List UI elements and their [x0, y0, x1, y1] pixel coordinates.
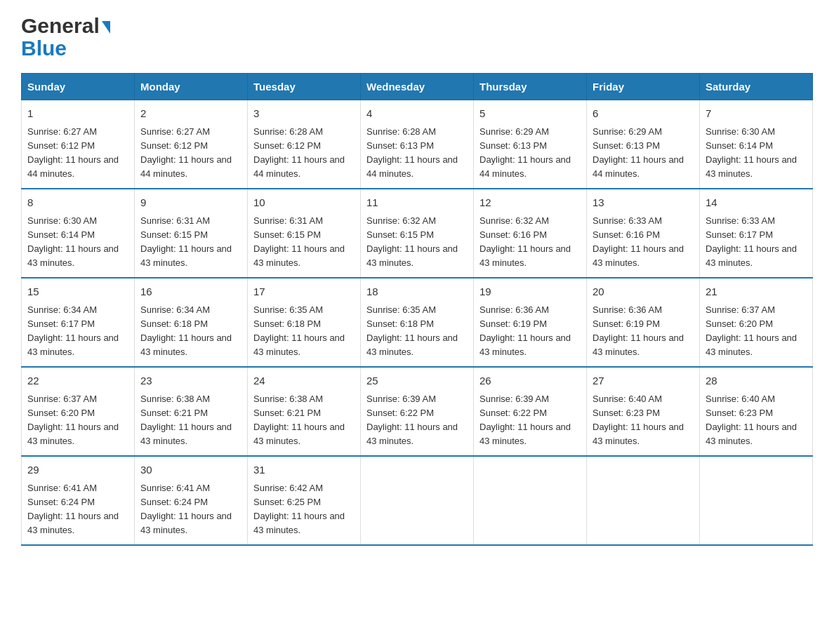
calendar-cell: 31Sunrise: 6:42 AMSunset: 6:25 PMDayligh…: [248, 456, 361, 545]
day-number: 11: [366, 195, 468, 211]
header-day-wednesday: Wednesday: [361, 74, 474, 100]
day-info: Sunrise: 6:36 AMSunset: 6:19 PMDaylight:…: [593, 303, 694, 360]
day-info: Sunrise: 6:35 AMSunset: 6:18 PMDaylight:…: [253, 303, 355, 360]
calendar-table: SundayMondayTuesdayWednesdayThursdayFrid…: [21, 73, 813, 546]
day-number: 4: [366, 106, 468, 122]
logo-triangle-icon: [102, 21, 110, 34]
logo: General Blue: [21, 14, 110, 59]
day-info: Sunrise: 6:28 AMSunset: 6:12 PMDaylight:…: [253, 125, 355, 182]
day-info: Sunrise: 6:30 AMSunset: 6:14 PMDaylight:…: [706, 125, 807, 182]
day-number: 29: [27, 462, 128, 478]
day-info: Sunrise: 6:35 AMSunset: 6:18 PMDaylight:…: [366, 303, 468, 360]
day-number: 27: [593, 373, 694, 389]
day-number: 22: [27, 373, 128, 389]
calendar-cell: 29Sunrise: 6:41 AMSunset: 6:24 PMDayligh…: [22, 456, 135, 545]
calendar-cell: 22Sunrise: 6:37 AMSunset: 6:20 PMDayligh…: [22, 367, 135, 456]
calendar-week-row: 22Sunrise: 6:37 AMSunset: 6:20 PMDayligh…: [22, 367, 813, 456]
day-info: Sunrise: 6:37 AMSunset: 6:20 PMDaylight:…: [706, 303, 807, 360]
day-number: 19: [479, 284, 581, 300]
calendar-cell: 30Sunrise: 6:41 AMSunset: 6:24 PMDayligh…: [135, 456, 248, 545]
calendar-cell: 5Sunrise: 6:29 AMSunset: 6:13 PMDaylight…: [474, 100, 587, 189]
day-info: Sunrise: 6:31 AMSunset: 6:15 PMDaylight:…: [140, 214, 241, 271]
day-number: 5: [479, 106, 581, 122]
calendar-cell: 24Sunrise: 6:38 AMSunset: 6:21 PMDayligh…: [248, 367, 361, 456]
day-info: Sunrise: 6:34 AMSunset: 6:18 PMDaylight:…: [140, 303, 241, 360]
day-info: Sunrise: 6:37 AMSunset: 6:20 PMDaylight:…: [27, 392, 128, 449]
day-info: Sunrise: 6:27 AMSunset: 6:12 PMDaylight:…: [140, 125, 241, 182]
calendar-cell: 14Sunrise: 6:33 AMSunset: 6:17 PMDayligh…: [700, 189, 813, 278]
day-info: Sunrise: 6:31 AMSunset: 6:15 PMDaylight:…: [253, 214, 355, 271]
day-info: Sunrise: 6:32 AMSunset: 6:16 PMDaylight:…: [479, 214, 581, 271]
calendar-cell: 19Sunrise: 6:36 AMSunset: 6:19 PMDayligh…: [474, 278, 587, 367]
calendar-cell: 17Sunrise: 6:35 AMSunset: 6:18 PMDayligh…: [248, 278, 361, 367]
day-number: 17: [253, 284, 355, 300]
calendar-week-row: 15Sunrise: 6:34 AMSunset: 6:17 PMDayligh…: [22, 278, 813, 367]
day-info: Sunrise: 6:32 AMSunset: 6:15 PMDaylight:…: [366, 214, 468, 271]
day-info: Sunrise: 6:40 AMSunset: 6:23 PMDaylight:…: [706, 392, 807, 449]
calendar-week-row: 1Sunrise: 6:27 AMSunset: 6:12 PMDaylight…: [22, 100, 813, 189]
day-number: 21: [706, 284, 807, 300]
day-info: Sunrise: 6:27 AMSunset: 6:12 PMDaylight:…: [27, 125, 128, 182]
day-number: 28: [706, 373, 807, 389]
calendar-cell: 10Sunrise: 6:31 AMSunset: 6:15 PMDayligh…: [248, 189, 361, 278]
day-number: 24: [253, 373, 355, 389]
header-day-sunday: Sunday: [22, 74, 135, 100]
calendar-cell: 6Sunrise: 6:29 AMSunset: 6:13 PMDaylight…: [587, 100, 700, 189]
day-number: 25: [366, 373, 468, 389]
day-info: Sunrise: 6:36 AMSunset: 6:19 PMDaylight:…: [479, 303, 581, 360]
calendar-week-row: 29Sunrise: 6:41 AMSunset: 6:24 PMDayligh…: [22, 456, 813, 545]
day-number: 10: [253, 195, 355, 211]
calendar-cell: 15Sunrise: 6:34 AMSunset: 6:17 PMDayligh…: [22, 278, 135, 367]
day-info: Sunrise: 6:34 AMSunset: 6:17 PMDaylight:…: [27, 303, 128, 360]
page-header: General Blue: [21, 14, 813, 59]
day-info: Sunrise: 6:28 AMSunset: 6:13 PMDaylight:…: [366, 125, 468, 182]
day-info: Sunrise: 6:41 AMSunset: 6:24 PMDaylight:…: [27, 481, 128, 538]
day-number: 12: [479, 195, 581, 211]
day-number: 6: [593, 106, 694, 122]
day-number: 31: [253, 462, 355, 478]
day-number: 23: [140, 373, 241, 389]
day-number: 16: [140, 284, 241, 300]
calendar-cell: 20Sunrise: 6:36 AMSunset: 6:19 PMDayligh…: [587, 278, 700, 367]
calendar-cell: 11Sunrise: 6:32 AMSunset: 6:15 PMDayligh…: [361, 189, 474, 278]
logo-text-general: General: [21, 14, 100, 38]
calendar-cell: [587, 456, 700, 545]
header-day-tuesday: Tuesday: [248, 74, 361, 100]
header-day-thursday: Thursday: [474, 74, 587, 100]
day-number: 15: [27, 284, 128, 300]
calendar-cell: 28Sunrise: 6:40 AMSunset: 6:23 PMDayligh…: [700, 367, 813, 456]
day-number: 1: [27, 106, 128, 122]
day-number: 8: [27, 195, 128, 211]
day-number: 3: [253, 106, 355, 122]
calendar-cell: 12Sunrise: 6:32 AMSunset: 6:16 PMDayligh…: [474, 189, 587, 278]
calendar-cell: 21Sunrise: 6:37 AMSunset: 6:20 PMDayligh…: [700, 278, 813, 367]
day-info: Sunrise: 6:39 AMSunset: 6:22 PMDaylight:…: [366, 392, 468, 449]
calendar-cell: [361, 456, 474, 545]
calendar-cell: 26Sunrise: 6:39 AMSunset: 6:22 PMDayligh…: [474, 367, 587, 456]
day-info: Sunrise: 6:42 AMSunset: 6:25 PMDaylight:…: [253, 481, 355, 538]
day-info: Sunrise: 6:33 AMSunset: 6:17 PMDaylight:…: [706, 214, 807, 271]
calendar-cell: 7Sunrise: 6:30 AMSunset: 6:14 PMDaylight…: [700, 100, 813, 189]
day-info: Sunrise: 6:30 AMSunset: 6:14 PMDaylight:…: [27, 214, 128, 271]
header-day-saturday: Saturday: [700, 74, 813, 100]
logo-text-blue: Blue: [21, 38, 67, 59]
day-number: 20: [593, 284, 694, 300]
day-info: Sunrise: 6:29 AMSunset: 6:13 PMDaylight:…: [479, 125, 581, 182]
day-info: Sunrise: 6:39 AMSunset: 6:22 PMDaylight:…: [479, 392, 581, 449]
calendar-cell: 13Sunrise: 6:33 AMSunset: 6:16 PMDayligh…: [587, 189, 700, 278]
calendar-cell: 23Sunrise: 6:38 AMSunset: 6:21 PMDayligh…: [135, 367, 248, 456]
day-info: Sunrise: 6:33 AMSunset: 6:16 PMDaylight:…: [593, 214, 694, 271]
header-row: SundayMondayTuesdayWednesdayThursdayFrid…: [22, 74, 813, 100]
header-day-friday: Friday: [587, 74, 700, 100]
calendar-body: 1Sunrise: 6:27 AMSunset: 6:12 PMDaylight…: [22, 100, 813, 546]
calendar-cell: [474, 456, 587, 545]
calendar-cell: 8Sunrise: 6:30 AMSunset: 6:14 PMDaylight…: [22, 189, 135, 278]
calendar-cell: 18Sunrise: 6:35 AMSunset: 6:18 PMDayligh…: [361, 278, 474, 367]
day-number: 9: [140, 195, 241, 211]
calendar-cell: 27Sunrise: 6:40 AMSunset: 6:23 PMDayligh…: [587, 367, 700, 456]
header-day-monday: Monday: [135, 74, 248, 100]
calendar-cell: 3Sunrise: 6:28 AMSunset: 6:12 PMDaylight…: [248, 100, 361, 189]
day-info: Sunrise: 6:40 AMSunset: 6:23 PMDaylight:…: [593, 392, 694, 449]
day-info: Sunrise: 6:38 AMSunset: 6:21 PMDaylight:…: [253, 392, 355, 449]
day-number: 7: [706, 106, 807, 122]
